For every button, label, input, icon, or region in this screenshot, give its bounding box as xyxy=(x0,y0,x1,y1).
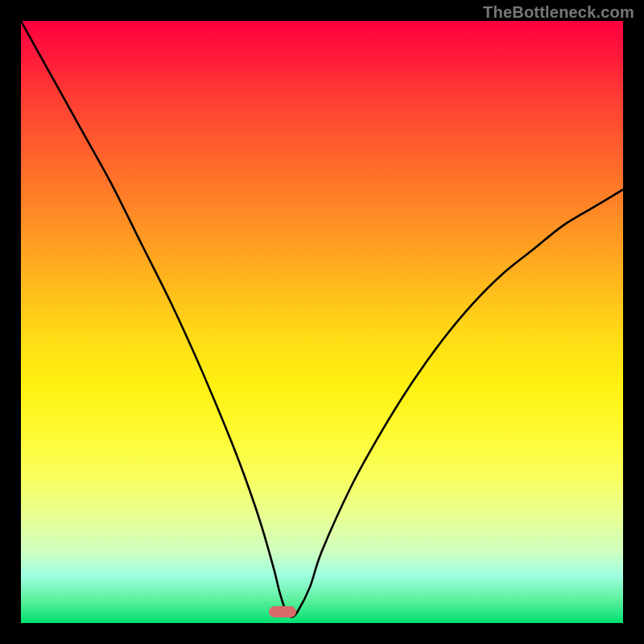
chart-frame: TheBottleneck.com xyxy=(0,0,644,644)
optimal-marker xyxy=(269,606,296,617)
plot-area xyxy=(21,21,623,623)
watermark-text: TheBottleneck.com xyxy=(483,3,634,22)
bottleneck-curve xyxy=(21,21,623,623)
